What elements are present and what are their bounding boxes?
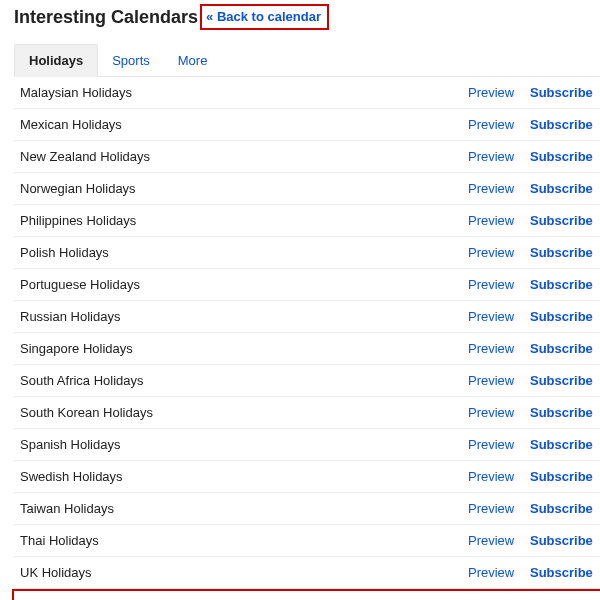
- calendar-row: Portuguese HolidaysPreviewSubscribe: [14, 269, 600, 301]
- calendar-row: New Zealand HolidaysPreviewSubscribe: [14, 141, 600, 173]
- calendar-row: Singapore HolidaysPreviewSubscribe: [14, 333, 600, 365]
- calendar-name: New Zealand Holidays: [14, 149, 468, 164]
- preview-link[interactable]: Preview: [468, 117, 530, 132]
- calendar-name: Thai Holidays: [14, 533, 468, 548]
- calendar-name: South Africa Holidays: [14, 373, 468, 388]
- tab-more[interactable]: More: [164, 45, 222, 76]
- preview-link[interactable]: Preview: [468, 149, 530, 164]
- calendar-name: Philippines Holidays: [14, 213, 468, 228]
- category-tabs: HolidaysSportsMore: [14, 44, 600, 77]
- subscribe-link[interactable]: Subscribe: [530, 117, 600, 132]
- subscribe-link[interactable]: Subscribe: [530, 85, 600, 100]
- preview-link[interactable]: Preview: [468, 437, 530, 452]
- subscribe-link[interactable]: Subscribe: [530, 437, 600, 452]
- subscribe-link[interactable]: Subscribe: [530, 309, 600, 324]
- preview-link[interactable]: Preview: [468, 213, 530, 228]
- tab-holidays[interactable]: Holidays: [14, 44, 98, 77]
- preview-link[interactable]: Preview: [468, 469, 530, 484]
- calendar-row: Malaysian HolidaysPreviewSubscribe: [14, 77, 600, 109]
- subscribe-link[interactable]: Subscribe: [530, 469, 600, 484]
- preview-link[interactable]: Preview: [468, 85, 530, 100]
- preview-link[interactable]: Preview: [468, 533, 530, 548]
- calendar-row: Norwegian HolidaysPreviewSubscribe: [14, 173, 600, 205]
- calendar-name: Mexican Holidays: [14, 117, 468, 132]
- calendar-name: Russian Holidays: [14, 309, 468, 324]
- calendar-name: Malaysian Holidays: [14, 85, 468, 100]
- preview-link[interactable]: Preview: [468, 373, 530, 388]
- calendar-list: Malaysian HolidaysPreviewSubscribeMexica…: [14, 77, 600, 600]
- calendar-name: Portuguese Holidays: [14, 277, 468, 292]
- preview-link[interactable]: Preview: [468, 181, 530, 196]
- preview-link[interactable]: Preview: [468, 245, 530, 260]
- calendar-row: Philippines HolidaysPreviewSubscribe: [14, 205, 600, 237]
- subscribe-link[interactable]: Subscribe: [530, 181, 600, 196]
- calendar-name: Swedish Holidays: [14, 469, 468, 484]
- subscribe-link[interactable]: Subscribe: [530, 501, 600, 516]
- calendar-row: Spanish HolidaysPreviewSubscribe: [14, 429, 600, 461]
- subscribe-link[interactable]: Subscribe: [530, 277, 600, 292]
- calendar-row: Taiwan HolidaysPreviewSubscribe: [14, 493, 600, 525]
- preview-link[interactable]: Preview: [468, 341, 530, 356]
- calendar-row: Thai HolidaysPreviewSubscribe: [14, 525, 600, 557]
- subscribe-link[interactable]: Subscribe: [530, 373, 600, 388]
- page-title: Interesting Calendars: [14, 7, 198, 28]
- subscribe-link[interactable]: Subscribe: [530, 405, 600, 420]
- calendar-name: Spanish Holidays: [14, 437, 468, 452]
- preview-link[interactable]: Preview: [468, 405, 530, 420]
- calendar-name: South Korean Holidays: [14, 405, 468, 420]
- interesting-calendars-page: Interesting Calendars « Back to calendar…: [0, 0, 600, 600]
- preview-link[interactable]: Preview: [468, 309, 530, 324]
- subscribe-link[interactable]: Subscribe: [530, 213, 600, 228]
- calendar-row: Swedish HolidaysPreviewSubscribe: [14, 461, 600, 493]
- preview-link[interactable]: Preview: [468, 501, 530, 516]
- subscribe-link[interactable]: Subscribe: [530, 533, 600, 548]
- calendar-row: Polish HolidaysPreviewSubscribe: [14, 237, 600, 269]
- subscribe-link[interactable]: Subscribe: [530, 245, 600, 260]
- preview-link[interactable]: Preview: [468, 565, 530, 580]
- calendar-name: Taiwan Holidays: [14, 501, 468, 516]
- calendar-name: Polish Holidays: [14, 245, 468, 260]
- calendar-row: US HolidaysPreviewSubscribe: [12, 589, 600, 600]
- preview-link[interactable]: Preview: [468, 277, 530, 292]
- subscribe-link[interactable]: Subscribe: [530, 341, 600, 356]
- calendar-name: Singapore Holidays: [14, 341, 468, 356]
- tab-sports[interactable]: Sports: [98, 45, 164, 76]
- calendar-row: Mexican HolidaysPreviewSubscribe: [14, 109, 600, 141]
- subscribe-link[interactable]: Subscribe: [530, 565, 600, 580]
- calendar-name: Norwegian Holidays: [14, 181, 468, 196]
- calendar-row: UK HolidaysPreviewSubscribe: [14, 557, 600, 589]
- subscribe-link[interactable]: Subscribe: [530, 149, 600, 164]
- page-header: Interesting Calendars « Back to calendar: [14, 4, 600, 30]
- calendar-name: UK Holidays: [14, 565, 468, 580]
- calendar-row: South Africa HolidaysPreviewSubscribe: [14, 365, 600, 397]
- calendar-row: Russian HolidaysPreviewSubscribe: [14, 301, 600, 333]
- back-to-calendar-link[interactable]: « Back to calendar: [200, 4, 329, 30]
- calendar-row: South Korean HolidaysPreviewSubscribe: [14, 397, 600, 429]
